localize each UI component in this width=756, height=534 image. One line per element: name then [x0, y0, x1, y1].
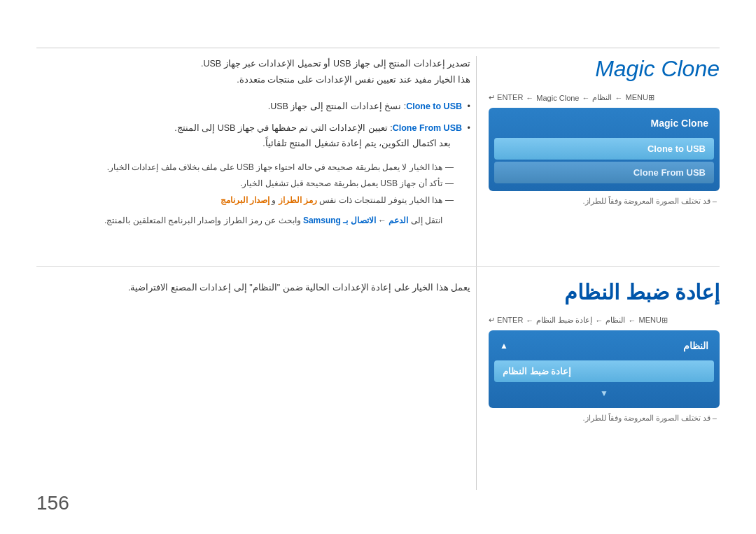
- reset-note: قد تختلف الصورة المعروضة وفقاً للطراز.: [489, 414, 720, 423]
- page-number: 156: [36, 492, 69, 514]
- reset-menu-bar: ⊞MENU ← النظام ← إعادة ضبط النظام ← ENTE…: [489, 316, 720, 325]
- bottom-note: انتقل إلى الدعم ← الاتصال بـ Samsung واب…: [36, 213, 454, 229]
- magic-clone-panel: Magic Clone ⊞MENU ← النظام ← Magic Clone…: [489, 56, 720, 206]
- reset-panel-header: ▲ النظام: [489, 336, 720, 358]
- left-top-content: تصدير إعدادات المنتج إلى جهاز USB أو تحم…: [36, 56, 470, 229]
- magic-clone-blue-panel: Magic Clone Clone to USB Clone From USB: [489, 108, 720, 191]
- sub-notes: هذا الخيار لا يعمل بطريقة صحيحة في حالة …: [36, 160, 470, 229]
- top-divider: [36, 48, 720, 48]
- bullet-section: Clone to USB: نسخ إعدادات المنتج إلى جها…: [36, 99, 470, 152]
- magic-clone-menu-bar: ⊞MENU ← النظام ← Magic Clone ← ENTER ↵: [489, 93, 720, 102]
- reset-panel-footer: ▼: [489, 384, 720, 402]
- magic-clone-panel-header: Magic Clone: [489, 113, 720, 136]
- intro-text-1: تصدير إعدادات المنتج إلى جهاز USB أو تحم…: [36, 56, 470, 87]
- sub-note-2: تأكد أن جهاز USB يعمل بطريقة صحيحة قبل ت…: [36, 176, 454, 192]
- reset-title: إعادة ضبط النظام: [489, 280, 720, 304]
- mid-divider: [36, 266, 720, 267]
- magic-clone-note: قد تختلف الصورة المعروضة وفقاً للطراز.: [489, 197, 720, 206]
- sub-note-1: هذا الخيار لا يعمل بطريقة صحيحة في حالة …: [36, 160, 454, 176]
- clone-to-usb-item[interactable]: Clone to USB: [494, 138, 714, 160]
- arrow-up-icon: ▲: [500, 341, 508, 351]
- reset-description: يعمل هذا الخيار على إعادة الإعدادات الحا…: [36, 280, 470, 296]
- vertical-divider: [476, 56, 477, 490]
- bullet-item-2: Clone From USB: تعيين الإعدادات التي تم …: [36, 120, 470, 152]
- reset-panel-container: إعادة ضبط النظام ⊞MENU ← النظام ← إعادة …: [489, 280, 720, 423]
- reset-panel-item[interactable]: إعادة ضبط النظام: [494, 360, 714, 382]
- clone-from-usb-item[interactable]: Clone From USB: [494, 162, 714, 183]
- arrow-down-icon: ▼: [600, 388, 608, 398]
- bottom-left-content: يعمل هذا الخيار على إعادة الإعدادات الحا…: [36, 280, 470, 307]
- reset-blue-panel: ▲ النظام إعادة ضبط النظام ▼: [489, 330, 720, 408]
- sub-note-3: هذا الخيار يتوفر للمنتجات ذات نفس رمز ال…: [36, 193, 454, 209]
- bullet-item-1: Clone to USB: نسخ إعدادات المنتج إلى جها…: [36, 99, 470, 115]
- magic-clone-title: Magic Clone: [489, 56, 720, 82]
